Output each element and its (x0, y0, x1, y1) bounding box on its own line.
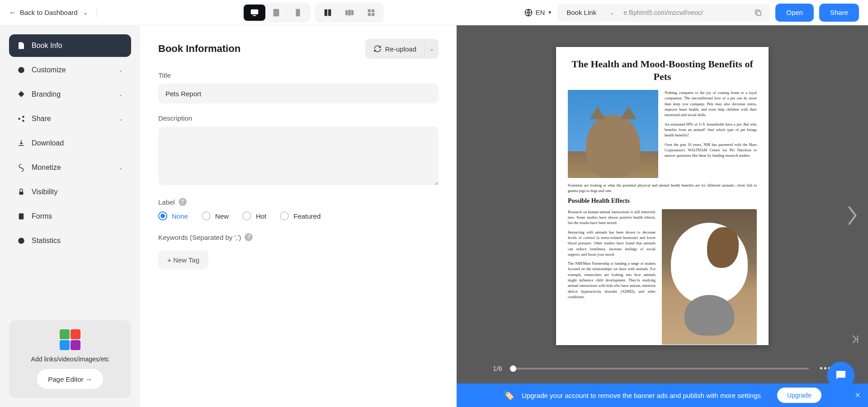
radio-label: Hot (256, 212, 266, 220)
preview-page[interactable]: The Health and Mood-Boosting Benefits of… (556, 47, 769, 345)
chart-icon (17, 237, 25, 245)
chevron-down-icon: ⌄ (118, 116, 123, 122)
chat-support-button[interactable] (827, 362, 854, 389)
sidebar-item-visibility[interactable]: Visibility (9, 181, 131, 203)
svg-rect-11 (368, 13, 370, 15)
device-desktop[interactable] (244, 5, 265, 21)
upgrade-button[interactable]: Upgrade (777, 388, 821, 403)
back-to-dashboard[interactable]: ← Back to Dashboard ⌄ (9, 9, 88, 17)
progress-handle[interactable] (510, 365, 516, 372)
spread-icon (344, 8, 354, 18)
chevron-down-icon[interactable]: ⌄ (610, 9, 614, 16)
chevron-right-icon (845, 204, 859, 227)
svg-rect-14 (757, 11, 761, 15)
book-link-box: Book Link ⌄ e.fliphtml5.com/mzcwf/oeoc/ (557, 4, 770, 22)
sidebar-item-share[interactable]: Share ⌄ (9, 108, 131, 130)
radio-label: New (215, 212, 229, 220)
help-icon[interactable]: ? (245, 233, 253, 241)
copy-icon (754, 9, 762, 17)
sidebar-item-label: Monetize (32, 164, 61, 172)
copy-link-button[interactable] (751, 5, 765, 20)
skip-end-icon (851, 334, 859, 345)
sidebar-item-label: Statistics (32, 237, 61, 245)
radio-hot[interactable]: Hot (242, 211, 266, 220)
svg-rect-8 (351, 10, 354, 15)
sidebar-item-label: Branding (32, 90, 61, 98)
sidebar-item-branding[interactable]: Branding ⌄ (9, 83, 131, 106)
doc-text-block: Research on human-animal interactions is… (568, 209, 656, 345)
banner-text: Upgrade your account to remove the banne… (522, 392, 761, 399)
sidebar-item-statistics[interactable]: Statistics (9, 229, 131, 252)
radio-icon (280, 211, 289, 220)
sidebar-item-label: Forms (32, 212, 52, 220)
sidebar-item-label: Book Info (32, 42, 62, 50)
doc-text-block: Scientists are looking at what the poten… (568, 182, 757, 194)
reupload-button[interactable]: Re-upload (365, 39, 425, 59)
link-url: e.fliphtml5.com/mzcwf/oeoc/ (623, 9, 751, 16)
device-tablet[interactable] (265, 5, 287, 21)
chevron-down-icon: ⌄ (118, 91, 123, 98)
label-label: Label ? (158, 198, 439, 206)
sidebar-item-book-info[interactable]: Book Info (9, 34, 131, 57)
page-editor-promo: Add links/videos/images/etc Page Editor … (9, 320, 131, 398)
arrow-left-icon: ← (9, 9, 16, 17)
radio-none[interactable]: None (158, 211, 188, 220)
last-page-button[interactable] (851, 334, 859, 346)
next-page-button[interactable] (845, 204, 859, 229)
progress-slider[interactable] (513, 368, 809, 370)
svg-rect-9 (368, 9, 370, 12)
radio-icon (242, 211, 251, 220)
radio-new[interactable]: New (202, 211, 229, 220)
sidebar-item-monetize[interactable]: Monetize ⌄ (9, 156, 131, 179)
svg-rect-1 (253, 15, 256, 16)
svg-point-15 (18, 67, 24, 73)
svg-rect-0 (250, 9, 258, 14)
editor-promo-text: Add links/videos/images/etc (18, 356, 122, 363)
doc-title: The Health and Mood-Boosting Benefits of… (568, 58, 757, 83)
open-button[interactable]: Open (775, 4, 814, 22)
device-selector (242, 3, 311, 23)
radio-featured[interactable]: Featured (280, 211, 321, 220)
keywords-label: Keywords (Separated by ',') ? (158, 233, 439, 241)
share-button[interactable]: Share (819, 4, 859, 22)
device-mobile[interactable] (287, 5, 309, 21)
sidebar-item-download[interactable]: Download (9, 132, 131, 154)
mobile-icon (293, 8, 303, 18)
reupload-group: Re-upload ⌄ (365, 39, 439, 59)
sidebar-item-label: Customize (32, 66, 66, 74)
title-input[interactable] (158, 84, 439, 103)
reupload-dropdown[interactable]: ⌄ (425, 39, 439, 59)
close-banner-button[interactable]: ✕ (855, 391, 861, 399)
back-label: Back to Dashboard (20, 9, 78, 16)
radio-icon (202, 211, 211, 220)
page-editor-button[interactable]: Page Editor → (37, 369, 103, 389)
help-icon[interactable]: ? (179, 198, 187, 206)
form-icon (17, 212, 25, 220)
title-label: Title (158, 71, 439, 79)
svg-rect-12 (371, 13, 374, 15)
svg-point-16 (18, 118, 20, 120)
single-page-icon (323, 8, 333, 18)
language-selector[interactable]: EN ▼ (524, 8, 552, 17)
description-input[interactable] (158, 126, 439, 185)
tablet-icon (271, 8, 281, 18)
svg-rect-2 (273, 9, 279, 16)
svg-point-17 (22, 116, 24, 118)
sidebar-item-label: Download (32, 139, 64, 147)
money-icon (17, 164, 25, 172)
sidebar: Book Info Customize ⌄ Branding ⌄ Share ⌄… (0, 25, 140, 407)
svg-rect-7 (348, 9, 351, 15)
new-tag-button[interactable]: + New Tag (158, 250, 208, 269)
svg-rect-20 (19, 213, 24, 220)
preview-panel: The Health and Mood-Boosting Benefits of… (457, 25, 868, 407)
svg-rect-6 (345, 10, 348, 15)
sidebar-item-forms[interactable]: Forms (9, 205, 131, 228)
sidebar-item-label: Visibility (32, 188, 58, 196)
layout-spread[interactable] (339, 5, 360, 21)
preview-controls: 1/6 ••• (457, 363, 868, 374)
doc-image-dog (662, 209, 757, 345)
layout-grid[interactable] (360, 5, 382, 21)
editor-icons (60, 329, 80, 350)
layout-single[interactable] (317, 5, 339, 21)
sidebar-item-customize[interactable]: Customize ⌄ (9, 59, 131, 81)
